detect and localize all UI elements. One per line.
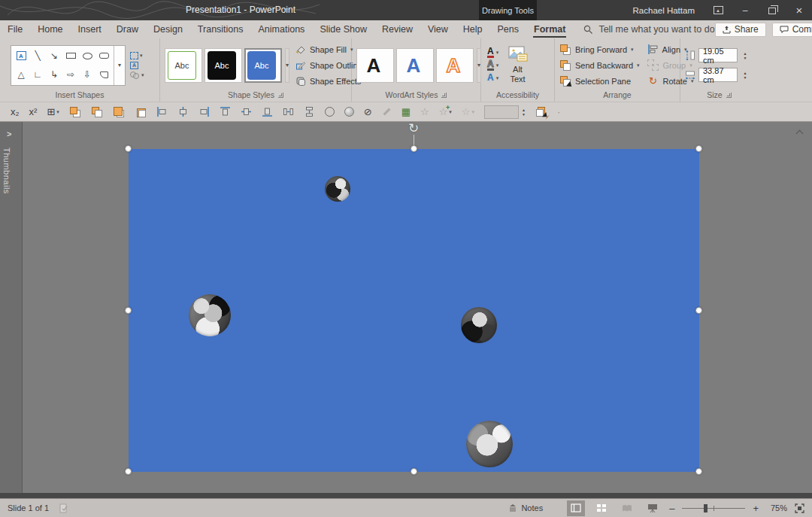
zoom-out-button[interactable]: –	[669, 503, 674, 514]
slide-show-button[interactable]	[644, 500, 662, 516]
notes-button[interactable]: Notes	[508, 503, 543, 512]
restore-button[interactable]	[764, 3, 780, 18]
slide-sorter-view-button[interactable]	[592, 500, 611, 516]
zoom-in-button[interactable]: +	[753, 503, 759, 514]
resize-handle-bottom-right[interactable]	[695, 468, 702, 475]
shape-width-field[interactable]: 33.87 cm	[698, 68, 738, 82]
expand-thumbnails-icon[interactable]: >	[7, 129, 11, 138]
align-center-icon[interactable]	[177, 106, 189, 117]
normal-view-button[interactable]	[567, 500, 585, 516]
tab-help[interactable]: Help	[456, 20, 490, 38]
oval-filled-icon[interactable]	[344, 107, 354, 117]
merge-shapes-button[interactable]: ▾	[130, 71, 144, 79]
rectangle-shape-icon[interactable]	[63, 48, 78, 63]
align-top-icon[interactable]	[220, 106, 231, 117]
fit-slide-to-window-icon[interactable]	[795, 503, 804, 513]
align-middle-icon[interactable]	[241, 106, 252, 117]
tab-view[interactable]: View	[420, 20, 456, 38]
value-spinner[interactable]: ▲▼	[484, 105, 526, 119]
close-button[interactable]: ×	[791, 3, 807, 18]
overflow-dot-icon[interactable]: ·	[557, 106, 560, 117]
table-icon[interactable]: ▦	[401, 106, 411, 117]
freeform-shape-icon[interactable]	[96, 67, 111, 82]
distribute-vertically-icon[interactable]	[304, 106, 315, 117]
tab-draw[interactable]: Draw	[109, 20, 146, 38]
triangle-shape-icon[interactable]: △	[14, 67, 29, 82]
photo-circle-middle-right[interactable]	[461, 307, 497, 343]
add-favorite-star-icon[interactable]: ☆+▾	[439, 106, 452, 117]
tab-transitions[interactable]: Transitions	[190, 20, 251, 38]
resize-handle-top-right[interactable]	[695, 145, 702, 152]
bring-forward-quick-icon[interactable]	[69, 106, 81, 118]
subscript-icon[interactable]: x₂	[11, 106, 20, 117]
shape-style-green-outline[interactable]: Abc	[165, 48, 202, 83]
resize-handle-top-center[interactable]	[411, 145, 417, 152]
horizontal-scrollbar-track[interactable]	[0, 493, 812, 498]
accessibility-status-icon[interactable]	[59, 503, 69, 513]
resize-handle-bottom-center[interactable]	[411, 468, 417, 475]
tell-me-search[interactable]: Tell me what you want to do	[583, 24, 714, 35]
oval-shape-icon[interactable]	[80, 48, 95, 63]
shape-width-stepper[interactable]: ▲▼	[741, 68, 750, 82]
resize-handle-middle-left[interactable]	[125, 307, 132, 314]
align-left-icon[interactable]	[156, 106, 168, 117]
tab-file[interactable]: File	[0, 20, 30, 38]
reading-view-button[interactable]	[618, 500, 636, 516]
merge-fragment-icon[interactable]: ⊘	[364, 106, 372, 117]
wordart-style-orange-outline[interactable]: A	[436, 48, 474, 83]
selection-pane-quick-icon[interactable]	[535, 106, 547, 118]
tab-insert[interactable]: Insert	[71, 20, 109, 38]
bring-to-front-icon[interactable]	[113, 106, 125, 118]
size-dialog-launcher[interactable]	[726, 93, 732, 98]
zoom-slider[interactable]	[682, 508, 745, 509]
text-box-shape-icon[interactable]: A	[14, 48, 29, 63]
wordart-style-black[interactable]: A	[356, 48, 394, 83]
superscript-icon[interactable]: x²	[29, 106, 38, 117]
distribute-horizontally-icon[interactable]	[283, 106, 294, 117]
comments-button[interactable]: Comments	[772, 23, 812, 37]
share-button[interactable]: Share	[715, 23, 766, 37]
right-arrow-shape-icon[interactable]: ⇨	[63, 67, 78, 82]
align-bottom-icon[interactable]	[262, 106, 273, 117]
tab-review[interactable]: Review	[374, 20, 420, 38]
send-to-back-icon[interactable]	[135, 106, 147, 118]
tab-design[interactable]: Design	[146, 20, 190, 38]
minimize-button[interactable]: –	[737, 3, 753, 18]
ribbon-display-options-button[interactable]: ▲	[710, 3, 726, 18]
bring-forward-button[interactable]: Bring Forward▾	[559, 43, 640, 56]
photo-circle-top[interactable]	[325, 176, 350, 202]
send-backward-button[interactable]: Send Backward▾	[559, 59, 640, 72]
collapse-ribbon-button[interactable]	[797, 129, 803, 135]
line-shape-icon[interactable]: ╲	[30, 48, 45, 63]
tab-animations[interactable]: Animations	[251, 20, 313, 38]
shape-style-blue-selected[interactable]: Abc	[244, 48, 282, 83]
autofit-grid-icon[interactable]: ⊞▾	[47, 106, 59, 117]
resize-handle-top-left[interactable]	[125, 145, 132, 152]
shape-styles-dialog-launcher[interactable]	[278, 93, 283, 98]
send-backward-quick-icon[interactable]	[91, 106, 103, 118]
edit-shape-button[interactable]: ▾	[130, 52, 144, 59]
tab-slide-show[interactable]: Slide Show	[312, 20, 374, 38]
wordart-styles-dialog-launcher[interactable]	[441, 93, 447, 98]
shapes-gallery-more-button[interactable]: ▾	[114, 46, 125, 85]
resize-handle-middle-right[interactable]	[695, 307, 702, 314]
alt-text-button[interactable]: Alt Text	[501, 46, 535, 84]
selection-pane-button[interactable]: Selection Pane	[559, 75, 640, 88]
tab-home[interactable]: Home	[30, 20, 70, 38]
elbow-connector-shape-icon[interactable]: ∟	[30, 67, 45, 82]
zoom-percentage[interactable]: 75%	[766, 503, 787, 512]
oval-outline-icon[interactable]	[325, 107, 335, 117]
shape-height-field[interactable]: 19.05 cm	[698, 48, 738, 62]
elbow-arrow-connector-shape-icon[interactable]: ↳	[47, 67, 62, 82]
align-right-icon[interactable]	[198, 106, 210, 117]
zoom-slider-thumb[interactable]	[704, 504, 707, 512]
line-arrow-shape-icon[interactable]: ↘	[47, 48, 62, 63]
drawing-tools-contextual-tab[interactable]: Drawing Tools	[479, 0, 537, 20]
favorite-star-icon[interactable]: ☆	[420, 106, 429, 117]
photo-circle-left[interactable]	[189, 294, 231, 336]
photo-circle-bottom[interactable]	[466, 421, 513, 467]
resize-handle-bottom-left[interactable]	[125, 468, 132, 475]
wordart-style-blue[interactable]: A	[396, 48, 434, 83]
tab-format[interactable]: Format	[526, 20, 573, 38]
down-arrow-shape-icon[interactable]: ⇩	[80, 67, 95, 82]
